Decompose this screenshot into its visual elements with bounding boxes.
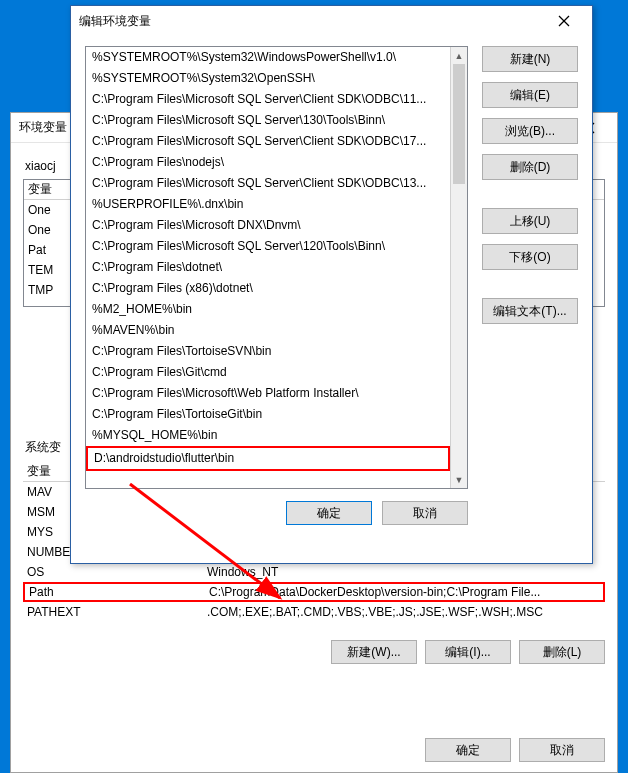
path-list-item[interactable]: C:\Program Files\Microsoft SQL Server\Cl… (86, 173, 450, 194)
cell-value: Windows_NT (207, 565, 601, 579)
path-list-item[interactable]: %SYSTEMROOT%\System32\WindowsPowerShell\… (86, 47, 450, 68)
edit-path-title: 编辑环境变量 (79, 13, 544, 30)
scroll-thumb[interactable] (453, 64, 465, 184)
cell-value: C:\ProgramData\DockerDesktop\version-bin… (209, 585, 599, 599)
path-list-item[interactable]: %MYSQL_HOME%\bin (86, 425, 450, 446)
path-list-item[interactable]: %MAVEN%\bin (86, 320, 450, 341)
path-list-item[interactable]: %SYSTEMROOT%\System32\OpenSSH\ (86, 68, 450, 89)
fg-footer: 确定 取消 (85, 501, 468, 525)
sys-edit-button[interactable]: 编辑(I)... (425, 640, 511, 664)
cell-name: OS (27, 565, 207, 579)
path-list-item[interactable]: %USERPROFILE%\.dnx\bin (86, 194, 450, 215)
bg-cancel-button[interactable]: 取消 (519, 738, 605, 762)
path-list-item[interactable]: C:\Program Files\Microsoft DNX\Dnvm\ (86, 215, 450, 236)
cell-name: PATHEXT (27, 605, 207, 619)
path-list-item[interactable]: C:\Program Files\Microsoft\Web Platform … (86, 383, 450, 404)
edit-path-titlebar: 编辑环境变量 (71, 6, 592, 36)
fg-cancel-button[interactable]: 取消 (382, 501, 468, 525)
path-list-item[interactable]: C:\Program Files\dotnet\ (86, 257, 450, 278)
path-listbox[interactable]: %SYSTEMROOT%\System32\WindowsPowerShell\… (85, 46, 468, 489)
path-list-item[interactable]: C:\Program Files\TortoiseSVN\bin (86, 341, 450, 362)
bg-footer: 确定 取消 (425, 738, 605, 762)
path-list-item[interactable]: C:\Program Files\Microsoft SQL Server\Cl… (86, 131, 450, 152)
edit-button[interactable]: 编辑(E) (482, 82, 578, 108)
table-row[interactable]: OSWindows_NT (23, 562, 605, 582)
edit-path-body: %SYSTEMROOT%\System32\WindowsPowerShell\… (71, 36, 592, 563)
fg-ok-button[interactable]: 确定 (286, 501, 372, 525)
browse-button[interactable]: 浏览(B)... (482, 118, 578, 144)
close-button-fg[interactable] (544, 7, 584, 35)
path-list-item[interactable]: C:\Program Files\Microsoft SQL Server\13… (86, 110, 450, 131)
path-list-item[interactable]: C:\Program Files\Microsoft SQL Server\12… (86, 236, 450, 257)
path-list-item[interactable]: C:\Program Files\TortoiseGit\bin (86, 404, 450, 425)
moveup-button[interactable]: 上移(U) (482, 208, 578, 234)
sys-buttons-row: 新建(W)... 编辑(I)... 删除(L) (23, 640, 605, 664)
path-list-item[interactable]: C:\Program Files\Git\cmd (86, 362, 450, 383)
cell-value: .COM;.EXE;.BAT;.CMD;.VBS;.VBE;.JS;.JSE;.… (207, 605, 601, 619)
edittext-button[interactable]: 编辑文本(T)... (482, 298, 578, 324)
path-list-item[interactable]: C:\Program Files\nodejs\ (86, 152, 450, 173)
delete-button[interactable]: 删除(D) (482, 154, 578, 180)
cell-name: Path (29, 585, 209, 599)
path-side-buttons: 新建(N) 编辑(E) 浏览(B)... 删除(D) 上移(U) 下移(O) 编… (482, 46, 578, 553)
edit-path-dialog: 编辑环境变量 %SYSTEMROOT%\System32\WindowsPowe… (70, 5, 593, 564)
new-button[interactable]: 新建(N) (482, 46, 578, 72)
path-list-item[interactable]: %M2_HOME%\bin (86, 299, 450, 320)
sys-delete-button[interactable]: 删除(L) (519, 640, 605, 664)
sys-new-button[interactable]: 新建(W)... (331, 640, 417, 664)
table-row[interactable]: PATHEXT.COM;.EXE;.BAT;.CMD;.VBS;.VBE;.JS… (23, 602, 605, 622)
scrollbar[interactable]: ▲ ▼ (450, 47, 467, 488)
path-list-wrap: %SYSTEMROOT%\System32\WindowsPowerShell\… (85, 46, 468, 553)
close-icon (558, 15, 570, 27)
bg-ok-button[interactable]: 确定 (425, 738, 511, 762)
scroll-up-icon[interactable]: ▲ (451, 47, 467, 64)
path-list-item[interactable]: C:\Program Files (x86)\dotnet\ (86, 278, 450, 299)
table-row[interactable]: PathC:\ProgramData\DockerDesktop\version… (23, 582, 605, 602)
movedown-button[interactable]: 下移(O) (482, 244, 578, 270)
path-list-item[interactable]: D:\androidstudio\flutter\bin (86, 446, 450, 471)
path-list-item[interactable]: C:\Program Files\Microsoft SQL Server\Cl… (86, 89, 450, 110)
scroll-down-icon[interactable]: ▼ (451, 471, 467, 488)
